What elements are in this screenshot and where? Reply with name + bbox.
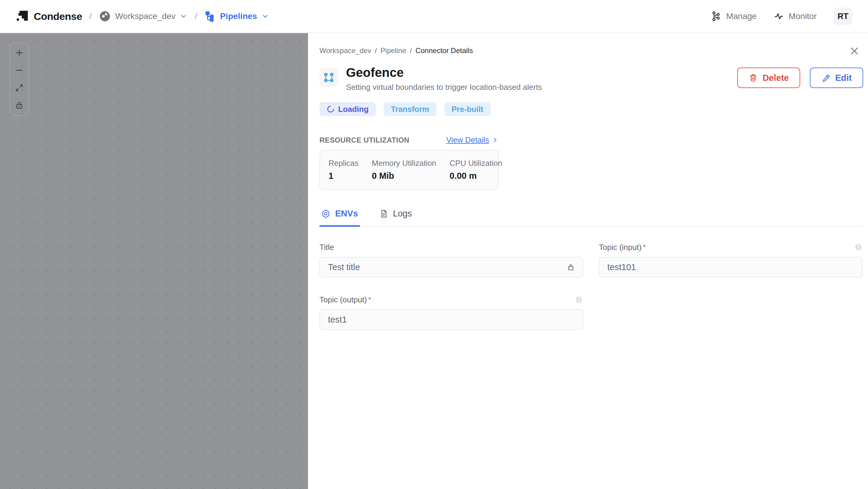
hex-nut-icon (321, 209, 330, 218)
connector-title: Geofence (346, 66, 737, 80)
field-topic-input: Topic (input) * (599, 242, 863, 277)
type-badge-transform: Transform (384, 102, 436, 116)
detail-tabs: ENVs Logs (319, 207, 863, 227)
monitor-label: Monitor (789, 11, 817, 21)
activity-monitor-icon (774, 11, 784, 22)
connector-header: Geofence Setting virtual boundaries to t… (319, 66, 863, 92)
lock-button[interactable] (14, 100, 24, 110)
badge-label: Loading (338, 104, 369, 114)
document-icon (380, 210, 388, 218)
user-initials: RT (838, 12, 848, 21)
breadcrumb-workspace[interactable]: Workspace_dev (319, 47, 371, 55)
manage-label: Manage (726, 11, 756, 21)
delete-button[interactable]: Delete (737, 67, 800, 88)
condense-logo-icon (16, 10, 29, 23)
brand[interactable]: Condense (16, 10, 82, 23)
status-badge-loading: Loading (319, 102, 376, 116)
info-icon[interactable] (575, 296, 583, 304)
badge-row: Loading Transform Pre-built (319, 102, 857, 116)
edit-label: Edit (835, 73, 852, 83)
info-icon[interactable] (854, 243, 863, 251)
edit-button[interactable]: Edit (810, 67, 863, 88)
resource-stats-card: Replicas 1 Memory Utilization 0 Mib CPU … (319, 150, 499, 190)
zoom-out-button[interactable] (14, 65, 24, 75)
field-topic-output-control (319, 309, 583, 330)
topic-output-input[interactable] (327, 314, 575, 325)
title-input[interactable] (327, 262, 561, 273)
kafka-manage-icon (710, 11, 721, 22)
stat-label: Memory Utilization (372, 159, 436, 168)
stat-memory: Memory Utilization 0 Mib (372, 159, 436, 181)
stat-value: 0 Mib (372, 171, 436, 181)
field-topic-output: Topic (output) * (319, 295, 583, 330)
connector-details-panel: Workspace_dev / Pipeline / Connector Det… (308, 33, 868, 489)
tab-envs[interactable]: ENVs (319, 207, 360, 227)
field-title-control (319, 257, 583, 277)
stat-replicas: Replicas 1 (329, 159, 359, 181)
user-avatar[interactable]: RT (834, 7, 852, 25)
badge-label: Pre-built (452, 104, 483, 114)
tab-logs[interactable]: Logs (378, 207, 414, 227)
workspace-avatar-icon (99, 10, 111, 22)
canvas-controls (10, 42, 29, 116)
badge-label: Transform (391, 104, 429, 114)
zoom-in-button[interactable] (14, 48, 24, 58)
field-topic-input-label: Topic (input) (599, 243, 642, 252)
field-title-label: Title (319, 243, 334, 252)
geofence-icon (319, 68, 338, 87)
required-marker: * (643, 243, 646, 252)
lock-icon (566, 263, 575, 272)
tab-envs-label: ENVs (335, 209, 358, 219)
nav-separator: / (195, 11, 197, 21)
resource-utilization-header: RESOURCE UTILIZATION View Details (319, 135, 499, 145)
chevron-down-icon (180, 12, 187, 20)
breadcrumb: Workspace_dev / Pipeline / Connector Det… (319, 47, 857, 55)
stat-value: 1 (329, 171, 359, 181)
delete-label: Delete (763, 73, 789, 83)
topic-input-input[interactable] (607, 262, 855, 273)
pipeline-canvas[interactable] (0, 33, 308, 489)
stat-label: CPU Utilization (450, 159, 502, 168)
manage-button[interactable]: Manage (710, 11, 756, 22)
type-badge-prebuilt: Pre-built (444, 102, 490, 116)
required-marker: * (368, 295, 371, 305)
pipelines-tree-icon (204, 10, 216, 22)
stat-label: Replicas (329, 159, 359, 168)
field-topic-output-label: Topic (output) (319, 295, 367, 305)
trash-icon (749, 73, 758, 82)
tab-logs-label: Logs (393, 209, 412, 219)
stat-cpu: CPU Utilization 0.00 m (450, 159, 502, 181)
fit-view-button[interactable] (14, 83, 24, 93)
close-icon[interactable] (849, 46, 860, 57)
resource-utilization-title: RESOURCE UTILIZATION (319, 136, 409, 145)
chevron-right-icon (492, 136, 499, 144)
workspace-switcher[interactable]: Workspace_dev (99, 10, 187, 22)
chevron-down-icon (261, 12, 269, 20)
breadcrumb-separator: / (375, 47, 377, 55)
pipelines-switcher[interactable]: Pipelines (204, 10, 269, 22)
view-details-label: View Details (446, 135, 489, 145)
pipelines-label: Pipelines (220, 11, 257, 21)
brand-name: Condense (34, 10, 82, 22)
nav-separator: / (89, 11, 92, 21)
monitor-button[interactable]: Monitor (774, 11, 817, 22)
breadcrumb-pipeline[interactable]: Pipeline (380, 47, 406, 55)
env-form: Title Topic (input) * (319, 242, 857, 330)
stat-value: 0.00 m (450, 171, 502, 181)
pencil-icon (821, 73, 830, 82)
view-details-link[interactable]: View Details (446, 135, 499, 145)
field-title: Title (319, 242, 583, 277)
workspace-name: Workspace_dev (115, 11, 176, 21)
breadcrumb-current: Connector Details (415, 47, 473, 55)
top-navbar: Condense / Workspace_dev / Pipelines (0, 0, 868, 33)
connector-subtitle: Setting virtual boundaries to trigger lo… (346, 83, 737, 92)
field-topic-input-control (599, 257, 863, 277)
spinner-icon (327, 105, 335, 113)
breadcrumb-separator: / (410, 47, 412, 55)
